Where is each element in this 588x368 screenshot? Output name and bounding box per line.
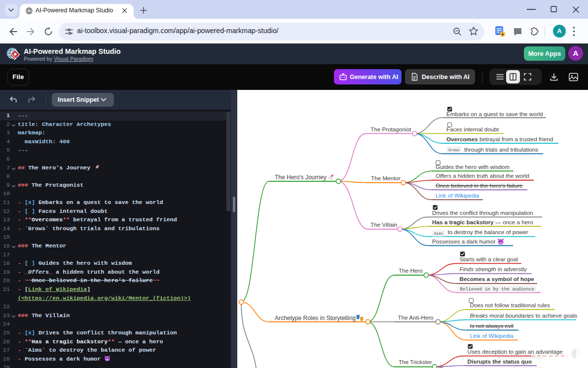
svg-text:The Trickster: The Trickster	[399, 359, 432, 365]
svg-text:Embarks on a quest to save the: Embarks on a quest to save the world	[446, 111, 543, 117]
svg-text:Possesses a dark humor: Possesses a dark humor	[432, 238, 496, 245]
svg-text:through trials and tribulation: through trials and tribulations	[464, 146, 538, 153]
svg-text:Link of Wikipedia: Link of Wikipedia	[470, 332, 514, 339]
svg-text:The Hero's Journey: The Hero's Journey	[275, 174, 327, 181]
svg-text:The Anti-Hero: The Anti-Hero	[398, 314, 434, 321]
svg-text:Offers a hidden truth about th: Offers a hidden truth about the world	[436, 172, 529, 179]
svg-text:The Hero: The Hero	[399, 267, 423, 274]
svg-text:Does not follow traditional ru: Does not follow traditional rules	[470, 302, 551, 308]
svg-text:Starts with a clear goal: Starts with a clear goal	[460, 256, 518, 262]
svg-text:Uses deception to gain an adva: Uses deception to gain an advantage	[468, 348, 563, 355]
svg-text:Faces internal doubt: Faces internal doubt	[446, 126, 499, 132]
svg-text:Drives the conflict through ma: Drives the conflict through manipulation	[432, 209, 533, 216]
svg-text:to destroy the balance of powe: to destroy the balance of power	[448, 229, 528, 235]
svg-text:Becomes a symbol of hope: Becomes a symbol of hope	[460, 276, 535, 282]
svg-text:Finds strength in adversity: Finds strength in adversity	[460, 266, 527, 272]
svg-text:Aims: Aims	[434, 232, 443, 236]
svg-text:The Villain: The Villain	[370, 221, 397, 228]
svg-text:Is not always evil: Is not always evil	[470, 323, 514, 329]
svg-text:Archetype Roles in Storytellin: Archetype Roles in Storytelling	[275, 315, 356, 322]
svg-text:The Protagonist: The Protagonist	[370, 126, 411, 132]
svg-text:Once believed in the hero's fa: Once believed in the hero's failure	[436, 182, 522, 189]
svg-text:Grows: Grows	[448, 148, 460, 152]
svg-text:Guides the hero with wisdom: Guides the hero with wisdom	[436, 164, 510, 170]
svg-text:The Mentor: The Mentor	[371, 175, 401, 181]
svg-text:Overcomes betrayal from a trus: Overcomes betrayal from a trusted friend	[446, 136, 553, 142]
svg-text:Believed in by the audience: Believed in by the audience	[460, 286, 535, 292]
svg-text:Disrupts the status quo: Disrupts the status quo	[468, 358, 532, 365]
svg-text:Link of Wikipedia: Link of Wikipedia	[436, 192, 479, 199]
svg-text:Breaks moral boundaries to ach: Breaks moral boundaries to achieve goals	[470, 312, 578, 319]
svg-text:Has a tragic backstory — once: Has a tragic backstory — once a hero	[432, 219, 533, 225]
